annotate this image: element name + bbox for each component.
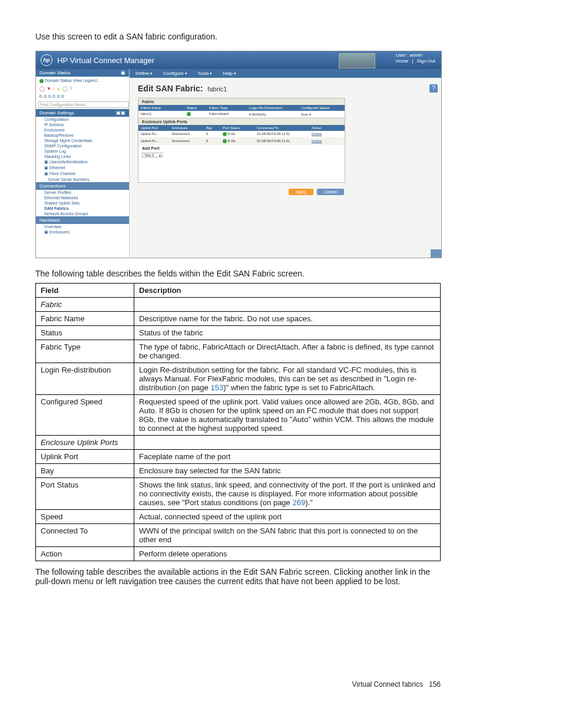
connections-header: Connections [36, 182, 129, 190]
domain-status-legend[interactable]: Domain Status View Legend... [36, 77, 129, 85]
menu-define[interactable]: Define [135, 71, 153, 76]
field-name: Configured Speed [36, 395, 134, 436]
page-footer: Virtual Connect fabrics 156 [35, 680, 441, 689]
field-name: Port Status [36, 478, 134, 510]
sidebar-item[interactable]: IP Address [36, 122, 129, 127]
intro-text: Use this screen to edit a SAN fabric con… [35, 32, 527, 41]
page-link[interactable]: 269 [292, 498, 305, 507]
field-description: Requested speed of the uplink port. Vali… [134, 395, 441, 436]
after-text: The following table describes the availa… [35, 567, 441, 586]
hardware-header: Hardware [36, 216, 129, 224]
sidebar-item[interactable]: Overview [36, 224, 129, 229]
field-description: Descriptive name for the fabric. Do not … [134, 312, 441, 326]
resize-corner-icon[interactable] [431, 249, 441, 258]
fabric-panel: Fabric Fabric Name Status Fabric Type Lo… [138, 98, 345, 183]
field-description: Enclosure bay selected for the SAN fabri… [134, 464, 441, 478]
domain-settings-header: Domain Settings▣▣ [36, 109, 129, 117]
add-port-label: Add Port [138, 145, 345, 151]
user-info: User : admin Home | Sign Out [396, 52, 435, 65]
field-description: Actual, connected speed of the uplink po… [134, 510, 441, 524]
field-description: Login Re-distribution setting for the fa… [134, 363, 441, 395]
field-name: Action [36, 547, 134, 561]
sidebar-item[interactable]: ▣ Fibre Channel [36, 171, 129, 177]
delete-link[interactable]: Delete [309, 138, 332, 144]
delete-link[interactable]: Delete [309, 131, 332, 137]
menu-tools[interactable]: Tools [198, 71, 213, 76]
screenshot: hp HP Virtual Connect Manager User : adm… [35, 51, 442, 258]
uplink-row: Uplink Po... Enclosure1 6 8 Gb 51:08:05:… [138, 138, 345, 145]
field-name: Fabric [36, 298, 134, 312]
sidebar-item[interactable]: Configuration [36, 117, 129, 122]
add-port-select[interactable]: Bay 5 [142, 153, 163, 157]
field-name: Fabric Type [36, 340, 134, 363]
field-description [134, 298, 441, 312]
sidebar-item[interactable]: Ethernet Networks [36, 195, 129, 200]
field-description: Perform delete operations [134, 547, 441, 561]
sidebar-item[interactable]: Server Serial Numbers [36, 177, 129, 182]
sidebar-item[interactable]: ▣ Users/Authentication [36, 159, 129, 165]
sidebar-item[interactable]: Shared Uplink Sets [36, 200, 129, 206]
field-description: Status of the fabric [134, 326, 441, 340]
sidebar-item[interactable]: Enclosures [36, 127, 129, 133]
uplink-row: Uplink Po... Enclosure1 5 8 Gb 51:08:05:… [138, 131, 345, 138]
field-name: Speed [36, 510, 134, 524]
sidebar-item[interactable]: Storage Mgmt Credentials [36, 138, 129, 143]
sidebar-item-san-fabrics[interactable]: SAN Fabrics [36, 206, 129, 211]
uplinks-cols: Uplink Port Enclosure Bay Port Status Co… [138, 125, 345, 131]
content-area: Define Configure Tools Help ? Edit SAN F… [130, 69, 441, 258]
page-title: Edit SAN Fabric: fabric1 [138, 84, 433, 93]
help-icon[interactable]: ? [429, 84, 438, 93]
sidebar-item[interactable]: ▣ Enclosure1 [36, 229, 129, 235]
home-link[interactable]: Home [396, 58, 408, 64]
hp-logo-icon: hp [41, 54, 52, 66]
field-name: Login Re-distribution [36, 363, 134, 395]
field-name: Status [36, 326, 134, 340]
menubar: Define Configure Tools Help [130, 69, 441, 78]
fabric-panel-title: Fabric [138, 98, 345, 105]
sidebar-item[interactable]: Server Profiles [36, 190, 129, 195]
user-name: User : admin [396, 52, 435, 58]
sidebar-item[interactable]: System Log [36, 149, 129, 154]
field-description: Faceplate name of the port [134, 450, 441, 464]
field-name: Enclosure Uplink Ports [36, 436, 134, 450]
app-header: hp HP Virtual Connect Manager User : adm… [36, 51, 441, 69]
page-link[interactable]: 153 [210, 383, 223, 392]
sidebar: Domain Status▣ Domain Status View Legend… [36, 69, 130, 258]
find-input[interactable]: Find Configuration Items... [38, 101, 129, 108]
app-title: HP Virtual Connect Manager [57, 56, 154, 65]
field-description: Shows the link status, link speed, and c… [134, 478, 441, 510]
status-icons-row: ◯▼! ▲◯? [36, 85, 129, 93]
sidebar-item[interactable]: Backup/Restore [36, 133, 129, 138]
field-name: Fabric Name [36, 312, 134, 326]
sidebar-item[interactable]: Stacking Links [36, 154, 129, 159]
col-field: Field [36, 284, 134, 298]
field-name: Connected To [36, 524, 134, 547]
fabric-cols: Fabric Name Status Fabric Type Login Re-… [138, 105, 345, 111]
menu-configure[interactable]: Configure [163, 71, 187, 76]
signout-link[interactable]: Sign Out [417, 58, 435, 64]
status-counts-row: 00 00 00 [36, 93, 129, 100]
button-row: Apply Cancel [138, 189, 346, 195]
sidebar-item[interactable]: Network Access Groups [36, 211, 129, 216]
table1-intro: The following table describes the fields… [35, 269, 527, 278]
sidebar-item[interactable]: ▣ Ethernet [36, 165, 129, 171]
uplinks-title: Enclosure Uplink Ports [138, 118, 345, 125]
field-name: Bay [36, 464, 134, 478]
field-description [134, 436, 441, 450]
cancel-button[interactable]: Cancel [317, 189, 344, 195]
domain-status-header: Domain Status▣ [36, 69, 129, 77]
field-name: Uplink Port [36, 450, 134, 464]
apply-button[interactable]: Apply [289, 189, 313, 195]
field-description: WWN of the principal switch on the SAN f… [134, 524, 441, 547]
fields-table: Field Description FabricFabric NameDescr… [35, 283, 441, 561]
fabric-row: fabric1 FabricAttach ▾ MANUAL Auto ▾ [138, 111, 345, 118]
sidebar-item[interactable]: SNMP Configuration [36, 143, 129, 149]
col-description: Description [134, 284, 441, 298]
header-image [339, 53, 375, 68]
field-description: The type of fabric, FabricAttach or Dire… [134, 340, 441, 363]
menu-help[interactable]: Help [223, 71, 236, 76]
